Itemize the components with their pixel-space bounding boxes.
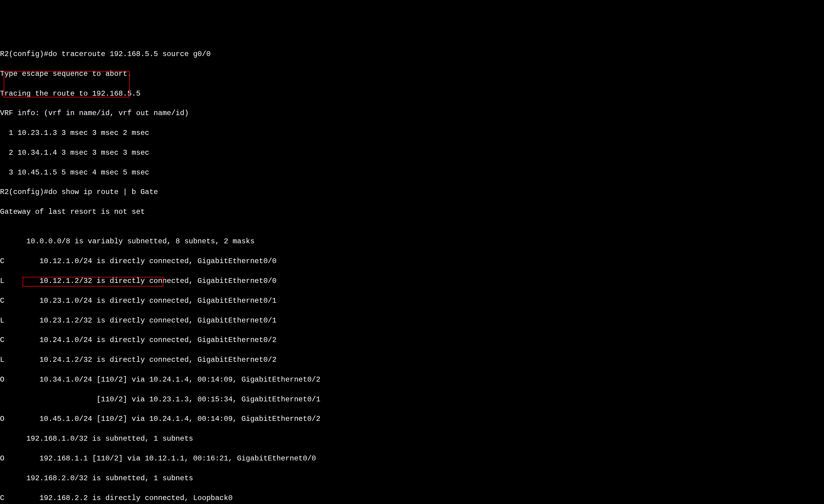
route-entry: C 10.24.1.0/24 is directly connected, Gi… [0,335,824,345]
traceroute-hop: 3 10.45.1.5 5 msec 4 msec 5 msec [0,168,824,177]
traceroute-hop: 2 10.34.1.4 3 msec 3 msec 3 msec [0,148,824,158]
terminal-line: R2(config)#do traceroute 192.168.5.5 sou… [0,49,824,59]
terminal-line: Type escape sequence to abort. [0,69,824,79]
route-entry: O 10.34.1.0/24 [110/2] via 10.24.1.4, 00… [0,375,824,385]
terminal-line: Tracing the route to 192.168.5.5 [0,89,824,99]
route-entry: C 10.12.1.0/24 is directly connected, Gi… [0,256,824,266]
route-entry: 192.168.1.0/32 is subnetted, 1 subnets [0,434,824,444]
terminal-line: R2(config)#do show ip route | b Gate [0,187,824,197]
route-entry: O 10.45.1.0/24 [110/2] via 10.24.1.4, 00… [0,414,824,424]
terminal-line: Gateway of last resort is not set [0,207,824,217]
route-entry: [110/2] via 10.23.1.3, 00:15:34, Gigabit… [0,395,824,404]
route-entry: O 192.168.1.1 [110/2] via 10.12.1.1, 00:… [0,454,824,464]
terminal-line: VRF info: (vrf in name/id, vrf out name/… [0,108,824,118]
route-entry: 10.0.0.0/8 is variably subnetted, 8 subn… [0,237,824,246]
route-entry: C 10.23.1.0/24 is directly connected, Gi… [0,296,824,306]
route-entry: L 10.23.1.2/32 is directly connected, Gi… [0,316,824,326]
route-entry: C 192.168.2.2 is directly connected, Loo… [0,493,824,503]
route-entry: 192.168.2.0/32 is subnetted, 1 subnets [0,474,824,483]
terminal-output[interactable]: R2(config)#do traceroute 192.168.5.5 sou… [0,39,824,504]
traceroute-hop: 1 10.23.1.3 3 msec 3 msec 2 msec [0,128,824,138]
route-entry: L 10.12.1.2/32 is directly connected, Gi… [0,276,824,286]
route-entry: L 10.24.1.2/32 is directly connected, Gi… [0,355,824,365]
